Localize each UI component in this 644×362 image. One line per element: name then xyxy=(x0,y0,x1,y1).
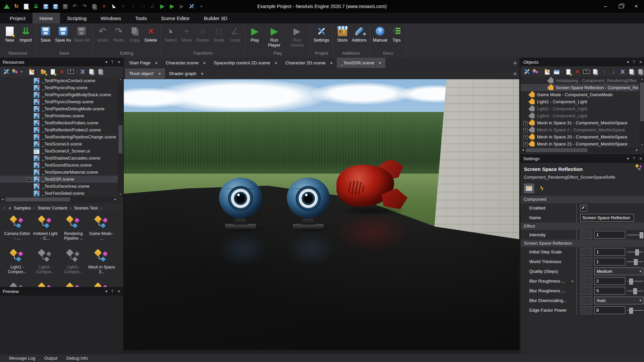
expander-icon[interactable] xyxy=(27,177,31,182)
default-value-button[interactable] xyxy=(580,248,592,256)
object-item[interactable]: Antialiasing - Component_RenderingEffec xyxy=(521,77,639,84)
play-button[interactable]: ▶Play xyxy=(247,24,263,43)
output-button[interactable]: Output xyxy=(44,356,57,361)
tile-item[interactable]: Mesh in Space 3... xyxy=(88,248,115,281)
import-button[interactable]: ⇊Import xyxy=(18,24,34,43)
close-icon[interactable]: × xyxy=(118,59,120,65)
rename-icon[interactable] xyxy=(67,68,74,75)
close-icon[interactable]: × xyxy=(639,59,642,65)
manual-button[interactable]: ?Manual xyxy=(372,24,389,43)
object-item[interactable]: Light1 - Component_Light xyxy=(521,98,639,105)
copy-icon[interactable] xyxy=(88,68,95,75)
edge-factor-power-slider[interactable] xyxy=(627,306,643,314)
select-tool-icon[interactable] xyxy=(110,3,117,10)
object-item[interactable]: Light3 - Component_Light xyxy=(521,112,639,119)
name-input[interactable]: Screen Space Reflection xyxy=(580,214,634,222)
scrollbar-thumb[interactable] xyxy=(640,82,644,121)
tile-item[interactable]: Light2 - Compon... xyxy=(32,248,59,281)
object-item[interactable]: Mesh in Space 31 - Component_MeshInSpace xyxy=(521,119,639,126)
run-player-icon[interactable]: ▶ xyxy=(169,3,175,10)
scrollbar-thumb[interactable] xyxy=(118,125,122,154)
resources-horizontal-scrollbar[interactable]: ◀ ▶ xyxy=(0,197,118,202)
delete-icon[interactable]: × xyxy=(574,68,581,75)
tile-item[interactable]: Light3 - Compon... xyxy=(60,248,87,281)
pin-icon[interactable]: ⊥ xyxy=(111,289,114,294)
slider-thumb[interactable] xyxy=(635,249,639,255)
tips-button[interactable]: Tips xyxy=(388,24,405,43)
edit-icon[interactable] xyxy=(544,68,551,75)
delete-icon[interactable]: × xyxy=(101,3,107,10)
resource-item[interactable]: _TestSurfaceArea.scene xyxy=(0,183,118,190)
tab-spaceship-control-2d-scene[interactable]: Spaceship control 2D.scene xyxy=(210,58,281,68)
panel-menu-icon[interactable]: ▾ xyxy=(105,289,107,294)
save-as-button[interactable]: Save As xyxy=(54,24,72,43)
duplicate-icon[interactable] xyxy=(592,68,599,75)
settings-icon[interactable] xyxy=(188,3,195,10)
intensity-input[interactable]: 1 xyxy=(594,231,625,239)
default-value-button[interactable] xyxy=(580,231,592,239)
up-level-icon[interactable]: ↑ xyxy=(3,205,6,211)
rename-icon[interactable] xyxy=(583,68,590,75)
scroll-down-icon[interactable]: ▼ xyxy=(118,192,123,197)
back-icon[interactable]: « xyxy=(9,205,11,210)
refresh-icon[interactable]: ↻ xyxy=(13,3,20,10)
initial-step-scale-input[interactable]: 1 xyxy=(594,248,625,256)
message-log-button[interactable]: Message Log xyxy=(9,356,35,361)
edit-icon[interactable] xyxy=(29,68,35,75)
object-item[interactable]: Light2 - Component_Light xyxy=(521,105,639,112)
move-down-icon[interactable]: ↓ xyxy=(610,68,617,75)
settings-button[interactable]: Settings xyxy=(312,24,331,43)
resource-item[interactable]: _TestTwoSided.scene xyxy=(0,190,118,197)
resource-item-selected[interactable]: _TestSSR.scene xyxy=(0,176,118,183)
component-types-icon[interactable] xyxy=(12,68,18,75)
scroll-left-icon[interactable]: ◀ xyxy=(521,147,525,153)
default-value-button[interactable] xyxy=(580,287,592,295)
object-item[interactable]: Mesh in Space 2 - Component_MeshInSpace xyxy=(521,126,639,133)
tile-item[interactable]: Camera Editor - ... xyxy=(3,215,31,247)
restore-button[interactable] xyxy=(613,0,629,13)
breadcrumb-item[interactable]: Starter Content xyxy=(38,205,67,210)
component-icon[interactable] xyxy=(532,68,539,75)
tab-scene-editor[interactable]: Scene Editor xyxy=(154,13,197,23)
close-icon[interactable]: × xyxy=(639,156,642,161)
tile-item[interactable]: Light1 - Compon... xyxy=(3,248,31,281)
breadcrumb-item[interactable]: Scenes Test xyxy=(74,205,98,210)
open-in-window-icon[interactable] xyxy=(553,68,560,75)
resource-item[interactable]: _TestPhysicsRigidBodyStack.scene xyxy=(0,91,118,98)
scroll-left-icon[interactable]: ◀ xyxy=(0,197,5,202)
blur-roughness-input[interactable]: 2 xyxy=(594,277,625,285)
resource-item[interactable]: _TestPipelineDebugMode.scene xyxy=(0,105,118,112)
tab-shader-graph[interactable]: Shader graph xyxy=(165,68,208,79)
tab-start-page[interactable]: Start Page xyxy=(125,58,162,68)
run-player-button[interactable]: ▶Run Player xyxy=(263,24,286,48)
close-tab-icon[interactable] xyxy=(275,61,277,65)
slider-thumb[interactable] xyxy=(633,288,637,294)
tile-item[interactable]: Rendering Pipeline ... xyxy=(60,215,87,247)
tab-list-icon[interactable] xyxy=(514,68,517,79)
scroll-up-icon[interactable]: ▲ xyxy=(118,77,123,82)
properties-view-button[interactable] xyxy=(524,184,534,193)
pin-icon[interactable]: ⊥ xyxy=(632,60,636,64)
options-wrench-icon[interactable] xyxy=(3,68,9,75)
blur-roughness-input[interactable]: 5 xyxy=(594,287,625,295)
default-value-button[interactable] xyxy=(580,277,592,285)
resource-item[interactable]: _TestShadowCascades.scene xyxy=(0,155,118,162)
tab-home[interactable]: Home xyxy=(33,13,60,23)
store-button[interactable]: Store xyxy=(334,24,351,43)
tab-root-object[interactable]: 'Root object' xyxy=(125,68,165,79)
close-tab-icon[interactable] xyxy=(379,61,381,65)
blur-roughness-slider[interactable] xyxy=(627,277,643,285)
close-button[interactable]: × xyxy=(629,0,644,13)
slider-thumb[interactable] xyxy=(640,232,643,238)
close-icon[interactable]: × xyxy=(118,289,120,294)
resource-item[interactable]: _TestPhysicsSweep.scene xyxy=(0,98,118,105)
tab-scripting[interactable]: Scripting xyxy=(60,13,94,23)
panel-menu-icon[interactable]: ▾ xyxy=(627,60,629,64)
scrollbar-thumb[interactable] xyxy=(5,197,70,201)
move-up-icon[interactable]: ↑ xyxy=(601,68,608,75)
object-item[interactable]: Mesh in Space 21 - Component_MeshInSpace xyxy=(521,140,639,147)
default-value-button[interactable] xyxy=(580,257,592,266)
scroll-up-icon[interactable]: ▲ xyxy=(639,77,644,82)
close-tab-icon[interactable] xyxy=(203,61,206,65)
resource-item[interactable]: _TestSceneUI.scene xyxy=(0,140,118,147)
